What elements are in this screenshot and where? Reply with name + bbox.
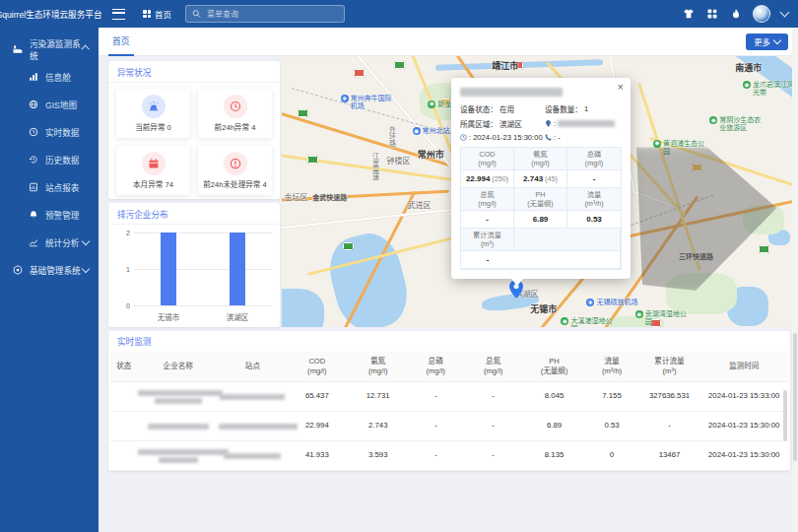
map-label: ♣大溪港湿地公园 (561, 317, 612, 327)
popup-param-header: 流量(m³/h) (567, 188, 621, 211)
table-scrollbar[interactable] (783, 390, 787, 441)
popup-param-value: 2.743 (45) (514, 170, 567, 188)
flow-cell: 7.155 (585, 391, 639, 401)
theme-icon[interactable] (682, 8, 695, 21)
phone-icon (545, 134, 552, 141)
x-axis-label: 滨湖区 (227, 311, 249, 322)
siren-icon (142, 95, 166, 118)
alert-tile[interactable]: 当前异常 0 (116, 89, 190, 138)
station-cell (219, 392, 287, 402)
station-name-redacted (220, 394, 285, 400)
flow-cell: 0 (585, 450, 639, 460)
report-icon (28, 181, 39, 193)
hamburger-icon[interactable] (112, 9, 125, 20)
warning-icon (224, 152, 247, 175)
nh3n-cell: 12.731 (348, 391, 409, 401)
tp-cell: - (409, 391, 463, 401)
popup-caret (510, 278, 524, 286)
sidebar-item-stats[interactable]: 统计分析 (0, 229, 99, 256)
sidebar-item-history[interactable]: 历史数据 (0, 146, 99, 173)
clock-icon (460, 134, 467, 141)
column-header: 企业名称 (138, 362, 220, 371)
popup-param-header: COD(mg/l) (461, 148, 514, 170)
sidebar-item-report[interactable]: 站点报表 (0, 173, 99, 201)
table-row[interactable]: 41.9333.593--8.1350134672024-01-23 15:30… (110, 441, 788, 471)
alert-tile[interactable]: 前24h未处理异常 4 (198, 146, 272, 195)
map-label: ✈无锡硕放机场 (586, 299, 637, 306)
stats-icon (28, 236, 39, 248)
breadcrumb[interactable]: 首页 (143, 8, 171, 20)
cod-cell: 41.933 (287, 450, 348, 460)
tree-poi-icon: ♣ (709, 116, 717, 124)
popup-param-value: - (567, 170, 621, 188)
realtime-monitor-card: 实时监测 状态企业名称站点COD(mg/l)氨氮(mg/l)总磷(mg/l)总氮… (108, 331, 790, 471)
company-name-redacted (138, 390, 223, 396)
tree-poi-icon: ♣ (635, 310, 643, 318)
flame-icon[interactable] (729, 8, 742, 21)
station-name-redacted (224, 453, 281, 459)
popup-param-header (514, 229, 621, 251)
y-axis-tick: 2 (126, 230, 130, 236)
chevron-down-icon[interactable] (780, 8, 790, 18)
topbar: 首页 (99, 0, 798, 28)
map-label: 无锡市 (530, 302, 557, 315)
sidebar-group-monitor[interactable]: 污染源监测系统 (0, 35, 99, 63)
table-row[interactable]: 65.43712.731--8.0457.155327636.5312024-0… (110, 382, 788, 412)
map-label: ♣常阴沙生态农业旅游区 (709, 116, 761, 132)
column-header: 累计流量(m³) (639, 357, 700, 376)
popup-param-value: 22.994 (250) (461, 170, 514, 188)
alert-tile[interactable]: 前24h异常 4 (198, 89, 272, 138)
close-icon[interactable]: × (618, 82, 624, 93)
popup-param-header: 总磷(mg/l) (567, 148, 621, 170)
station-popup: × 设备状态：在用 设备数量：1 所属区域：滨湖区 : :2024-01-23 … (451, 78, 631, 279)
alert-tile[interactable]: 本月异常 74 (116, 146, 190, 195)
nh3n-cell: 2.743 (348, 421, 409, 431)
map-label: 金坛区 (285, 191, 308, 202)
tp-cell: - (409, 450, 463, 460)
page-scrollbar[interactable] (792, 28, 798, 532)
chevron-down-icon (82, 265, 90, 273)
tab-home[interactable]: 首页 (108, 28, 134, 56)
search-input[interactable] (205, 9, 317, 20)
column-header: 流量(m³/h) (585, 357, 639, 376)
bar-无锡市[interactable] (161, 233, 176, 305)
lake-taihu (282, 289, 324, 327)
tn-cell: - (463, 391, 524, 401)
column-header: 总磷(mg/l) (409, 357, 463, 376)
avatar[interactable] (753, 5, 770, 23)
search-icon (192, 10, 201, 19)
region-value: 滨湖区 (499, 118, 522, 129)
sidebar-item-clock[interactable]: 实时数据 (0, 118, 99, 146)
app-window: Squirrel生态环境云服务平台 污染源监测系统信息舱GIS地图实时数据历史数… (0, 0, 798, 532)
popup-param-header: 累计流量(m³) (461, 229, 514, 251)
device-count-label: 设备数量： (545, 103, 582, 114)
monitor-title: 实时监测 (108, 331, 790, 351)
map-label: 靖江市 (492, 59, 518, 72)
map-label: 武进区 (407, 199, 431, 210)
ph-cell: 8.045 (524, 391, 585, 401)
layout-icon[interactable] (705, 8, 718, 21)
address-redacted (558, 120, 615, 127)
station-name-redacted (460, 88, 563, 97)
tab-bar: 首页 更多 (99, 28, 798, 56)
device-status-value: 在用 (499, 103, 514, 114)
tree-poi-icon: ♣ (653, 140, 661, 148)
chevron-down-icon (773, 36, 781, 44)
sidebar-item-dashboard[interactable]: 信息舱 (0, 63, 99, 91)
chevron-up-icon (82, 45, 90, 53)
enterprise-chart-card: 排污企业分布 210无锡市滨湖区 (108, 203, 280, 327)
more-button[interactable]: 更多 (746, 33, 788, 50)
train-poi-icon: ■ (413, 127, 421, 135)
table-row[interactable]: 22.9942.743--6.890.53-2024-01-23 15:30:0… (110, 412, 788, 441)
sidebar-item-bell[interactable]: 预警管理 (0, 201, 99, 229)
sidebar: Squirrel生态环境云服务平台 污染源监测系统信息舱GIS地图实时数据历史数… (0, 0, 99, 532)
time-cell: 2024-01-23 15:30:00 (699, 421, 787, 431)
globe-icon (28, 99, 39, 110)
bar-滨湖区[interactable] (230, 233, 245, 305)
sidebar-group-base[interactable]: 基础管理系统 (0, 256, 99, 284)
plane-poi-icon: ✈ (586, 299, 594, 306)
popup-measurements-table: COD(mg/l)氨氮(mg/l)总磷(mg/l)22.994 (250)2.7… (460, 147, 622, 270)
column-header: COD(mg/l) (287, 357, 348, 376)
menu-search[interactable] (185, 5, 345, 23)
sidebar-item-globe[interactable]: GIS地图 (0, 91, 99, 118)
